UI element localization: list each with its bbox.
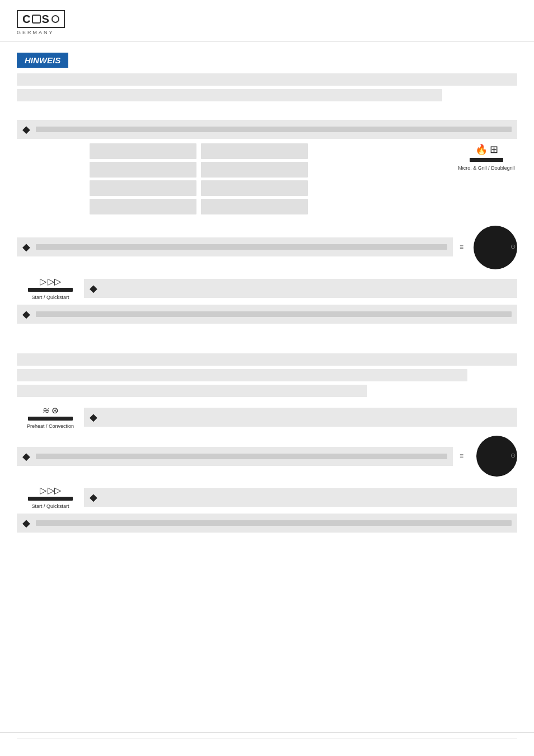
knob-device-1: ←→ ≡ ⊙ — [458, 223, 517, 270]
start2-quickstart-label: Start / Quickstart — [31, 503, 69, 509]
hinweis-text-line-1 — [17, 73, 517, 86]
fast-forward-icon: ▷▷ — [48, 276, 61, 287]
hinweis-section: HINWEIS — [17, 53, 517, 101]
bullet-row-1: ◆ — [17, 120, 517, 139]
start-device-side: ▷ ▷▷ Start / Quickstart — [17, 276, 84, 300]
logo-germany-text: GERMANY — [17, 30, 54, 35]
table-cell-2-2 — [201, 162, 308, 178]
bullet-8: ◆ — [22, 517, 30, 529]
micro-grill-icons: 🔥 ⊞ — [475, 143, 498, 156]
table-cell-1-2 — [90, 162, 196, 178]
bullet-6: ◆ — [22, 450, 30, 463]
play2-icon: ▷ — [40, 485, 46, 496]
knob-device-2: ←→ ≡ ⊙ — [458, 433, 517, 479]
table-cell-2-3 — [201, 180, 308, 196]
hinweis-text-line-2 — [17, 89, 442, 101]
start-bullet-row: ▷ ▷▷ Start / Quickstart ◆ — [17, 276, 517, 300]
bullet-4: ◆ — [22, 308, 30, 320]
bullet-row-4: ◆ — [17, 305, 517, 324]
knob-power2-icon: ⊙ — [510, 452, 516, 459]
logo-caso-text: CS — [17, 10, 65, 28]
table-cell-1-4 — [90, 199, 196, 214]
bullet-row-5: ◆ — [84, 408, 517, 427]
grill-grid-icon: ⊞ — [490, 143, 498, 156]
bullet-row-2-with-knob: ◆ ←→ ≡ ⊙ — [17, 223, 517, 270]
logo: CS GERMANY — [17, 10, 65, 35]
start2-device-side: ▷ ▷▷ Start / Quickstart — [17, 485, 84, 509]
table-cell-2-4 — [201, 199, 308, 214]
micro-wave-icon: 🔥 — [475, 143, 488, 156]
bullet-5: ◆ — [90, 411, 97, 423]
bullet-row-6-with-knob: ◆ ←→ ≡ ⊙ — [17, 433, 517, 479]
start-icons: ▷ ▷▷ — [40, 276, 61, 287]
micro-grill-device: 🔥 ⊞ Micro. & Grill / Doublegrill — [456, 143, 517, 172]
bullet-3: ◆ — [90, 282, 97, 295]
bullet-8-text — [36, 520, 512, 526]
hinweis-badge: HINWEIS — [17, 53, 68, 68]
bullet-row-6: ◆ — [17, 447, 453, 466]
section2-text-line-2 — [17, 369, 467, 381]
footer-line — [17, 739, 517, 739]
bullet-row-2: ◆ — [17, 237, 453, 256]
bullet-row-8: ◆ — [17, 514, 517, 533]
fan-icon: ⊛ — [51, 405, 59, 416]
bullet-row-7: ◆ — [84, 488, 517, 507]
knob-lines-icon: ≡ — [460, 243, 463, 251]
preheat-bullet-row: ≋ ⊛ Preheat / Convection ◆ — [17, 405, 517, 429]
bullet-2: ◆ — [22, 241, 30, 253]
bullet-2-text — [36, 244, 447, 250]
start-bar — [28, 288, 73, 292]
two-col-table — [90, 143, 308, 217]
table-col-2 — [201, 143, 308, 217]
table-cell-2-1 — [201, 143, 308, 159]
bullet-7: ◆ — [90, 491, 97, 503]
start-quickstart-label: Start / Quickstart — [31, 295, 69, 300]
fast-forward2-icon: ▷▷ — [48, 485, 61, 496]
start2-icons: ▷ ▷▷ — [40, 485, 61, 496]
micro-grill-label: Micro. & Grill / Doublegrill — [458, 165, 515, 172]
heat-waves-icon: ≋ — [43, 405, 50, 416]
preheat-convection-label: Preheat / Convection — [27, 423, 74, 429]
preheat-device-side: ≋ ⊛ Preheat / Convection — [17, 405, 84, 429]
table-cell-1-1 — [90, 143, 196, 159]
table-cell-1-3 — [90, 180, 196, 196]
start2-bullet-row: ▷ ▷▷ Start / Quickstart ◆ — [17, 485, 517, 509]
bullet-1-text — [36, 127, 512, 132]
main-content: HINWEIS ◆ — [0, 41, 534, 548]
play-icon: ▷ — [40, 276, 46, 287]
bullet-row-3: ◆ — [84, 279, 517, 298]
table-device-row: 🔥 ⊞ Micro. & Grill / Doublegrill — [17, 143, 517, 217]
bullet-1: ◆ — [22, 123, 30, 136]
page-footer — [0, 732, 534, 745]
bullet-6-text — [36, 454, 447, 459]
section2-text-line-3 — [17, 385, 367, 397]
preheat-icons: ≋ ⊛ — [43, 405, 59, 416]
section2-text-line-1 — [17, 353, 517, 366]
bullet-4-text — [36, 311, 512, 317]
knob-power-icon: ⊙ — [510, 243, 516, 250]
micro-grill-bar — [470, 158, 503, 162]
knob-lines2-icon: ≡ — [460, 452, 463, 460]
preheat-bar — [28, 417, 73, 421]
table-col-1 — [90, 143, 196, 217]
start2-bar — [28, 497, 73, 501]
page-header: CS GERMANY — [0, 0, 534, 41]
